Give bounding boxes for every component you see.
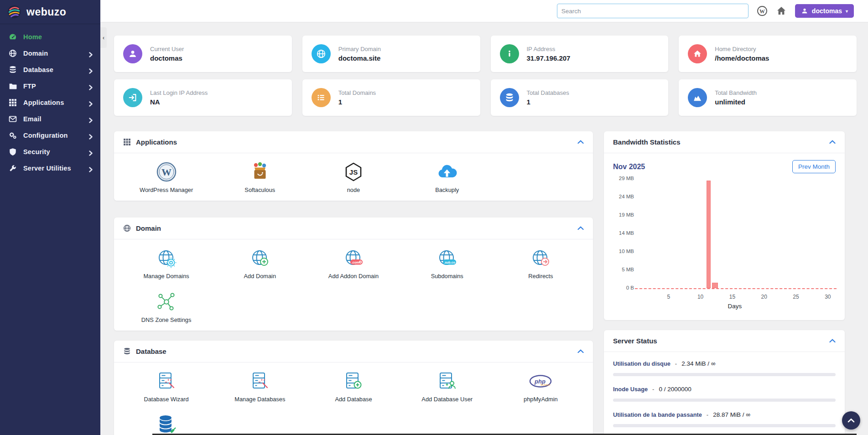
sidebar-item-configuration[interactable]: Configuration bbox=[0, 127, 100, 144]
sidebar-item-database[interactable]: Database bbox=[0, 62, 100, 78]
sidebar-item-security[interactable]: Security bbox=[0, 144, 100, 160]
stat-card-label: Last Login IP Address bbox=[150, 89, 208, 96]
chart-month-label: Nov 2025 bbox=[613, 163, 645, 171]
panel-title: Server Status bbox=[613, 337, 824, 345]
panel-title: Applications bbox=[136, 138, 572, 146]
sidebar-item-home[interactable]: Home bbox=[0, 29, 100, 45]
svg-text:W: W bbox=[759, 8, 765, 15]
stat-card-value: NA bbox=[150, 98, 208, 106]
domain-item-add-addon-domain[interactable]: .comAdd Addon Domain bbox=[307, 248, 400, 280]
item-label: Subdomains bbox=[431, 273, 463, 280]
chart-baseline bbox=[635, 288, 837, 289]
item-label: Softaculous bbox=[244, 186, 275, 193]
status-separator: - bbox=[707, 411, 708, 418]
sidebar-item-label: Security bbox=[23, 148, 82, 155]
stat-card-ip-address: IP Address31.97.196.207 bbox=[491, 36, 669, 72]
bandwidth-panel: Bandwidth Statistics Nov 2025 Prev Month… bbox=[604, 131, 845, 320]
item-label: Redirects bbox=[528, 273, 553, 280]
signin-icon bbox=[123, 88, 142, 107]
applications-item-backuply[interactable]: Backuply bbox=[400, 161, 494, 193]
user-menu-button[interactable]: doctomas ▾ bbox=[795, 4, 854, 18]
sidebar-item-label: Home bbox=[23, 33, 93, 41]
status-label: Inode Usage bbox=[613, 386, 648, 393]
webuzo-logo: webuzo bbox=[0, 0, 100, 24]
panel-title: Bandwidth Statistics bbox=[613, 138, 824, 146]
item-label: Add Addon Domain bbox=[328, 273, 379, 280]
stat-card-value: unlimited bbox=[715, 98, 757, 106]
status-row-utilisation-de-la-bande-passante: Utilisation de la bande passante-28.87 M… bbox=[613, 411, 836, 427]
domain-item-redirects[interactable]: Redirects bbox=[494, 248, 587, 280]
collapse-panel-icon[interactable] bbox=[577, 140, 584, 144]
sidebar-item-ftp[interactable]: FTP bbox=[0, 78, 100, 94]
status-row-utilisation-du-disque: Utilisation du disque-2.34 MiB / ∞ bbox=[613, 360, 836, 376]
stat-cards: Current UserdoctomasPrimary Domaindoctom… bbox=[114, 36, 857, 116]
chevron-right-icon bbox=[88, 117, 93, 121]
applications-item-node[interactable]: JSnode bbox=[307, 161, 400, 193]
gauge-icon bbox=[9, 33, 17, 41]
svg-text:W: W bbox=[161, 166, 172, 178]
domain-item-subdomains[interactable]: .sub.coSubdomains bbox=[400, 248, 494, 280]
stat-card-label: IP Address bbox=[527, 46, 571, 52]
collapse-panel-icon[interactable] bbox=[829, 140, 836, 144]
domain-item-add-domain[interactable]: Add Domain bbox=[213, 248, 307, 280]
sidebar-item-server-utilities[interactable]: Server Utilities bbox=[0, 160, 100, 176]
status-label: Utilisation du disque bbox=[613, 360, 670, 367]
applications-item-softaculous[interactable]: Softaculous bbox=[213, 161, 307, 193]
database-item-item[interactable] bbox=[120, 414, 213, 435]
wordpress-icon[interactable]: W bbox=[757, 5, 768, 16]
stat-card-primary-domain: Primary Domaindoctoma.site bbox=[302, 36, 480, 72]
sidebar-item-label: FTP bbox=[23, 83, 82, 90]
database-panel: Database Database WizardManage Databases… bbox=[114, 341, 593, 435]
status-separator: - bbox=[652, 386, 654, 393]
webuzo-logo-icon bbox=[7, 5, 21, 19]
stat-card-current-user: Current Userdoctomas bbox=[114, 36, 292, 72]
scroll-to-top-button[interactable] bbox=[842, 411, 860, 430]
sidebar-item-applications[interactable]: Applications bbox=[0, 94, 100, 111]
x-axis-tick: 25 bbox=[790, 294, 802, 300]
database-item-database-wizard[interactable]: Database Wizard bbox=[120, 371, 213, 403]
stat-card-label: Primary Domain bbox=[338, 46, 381, 52]
svg-text:.sub.co: .sub.co bbox=[444, 261, 455, 264]
db-user-icon bbox=[437, 371, 457, 392]
stat-card-label: Total Databases bbox=[527, 89, 569, 96]
applications-item-wordpress-manager[interactable]: WWordPress Manager bbox=[120, 161, 213, 193]
database-item-manage-databases[interactable]: Manage Databases bbox=[213, 371, 307, 403]
database-item-add-database-user[interactable]: Add Database User bbox=[400, 371, 494, 403]
chevron-right-icon bbox=[88, 84, 93, 88]
collapse-panel-icon[interactable] bbox=[829, 339, 836, 343]
db-plus-icon bbox=[343, 371, 364, 392]
globe-icon bbox=[9, 49, 17, 57]
database-icon bbox=[500, 88, 519, 107]
dns-icon bbox=[156, 291, 177, 312]
search-input[interactable] bbox=[557, 4, 748, 18]
sidebar-collapse-handle[interactable]: ‹ bbox=[100, 27, 107, 48]
wrench-icon bbox=[9, 164, 17, 172]
stat-card-last-login-ip-address: Last Login IP AddressNA bbox=[114, 79, 292, 116]
logo-text: webuzo bbox=[26, 6, 66, 18]
user-icon bbox=[123, 44, 142, 63]
sidebar-item-email[interactable]: Email bbox=[0, 111, 100, 127]
database-item-add-database[interactable]: Add Database bbox=[307, 371, 400, 403]
item-label: phpMyAdmin bbox=[524, 396, 558, 403]
bandwidth-icon bbox=[688, 88, 707, 107]
domain-item-dns-zone-settings[interactable]: DNS Zone Settings bbox=[120, 291, 213, 323]
item-label: node bbox=[347, 186, 360, 193]
grid-icon bbox=[123, 138, 131, 146]
database-icon bbox=[9, 66, 17, 74]
node-icon: JS bbox=[343, 161, 364, 182]
stat-card-label: Home Directory bbox=[715, 46, 769, 52]
y-axis-tick: 24 MB bbox=[613, 194, 634, 199]
collapse-panel-icon[interactable] bbox=[577, 226, 584, 230]
collapse-panel-icon[interactable] bbox=[577, 349, 584, 353]
topbar: W doctomas ▾ bbox=[100, 0, 868, 22]
stat-card-value: 31.97.196.207 bbox=[527, 54, 571, 62]
database-item-phpmyadmin[interactable]: phpMyAdminphpMyAdmin bbox=[494, 371, 587, 403]
mail-icon bbox=[9, 115, 17, 123]
sidebar: webuzo HomeDomainDatabaseFTPApplications… bbox=[0, 0, 100, 435]
sidebar-item-domain[interactable]: Domain bbox=[0, 45, 100, 62]
home-icon[interactable] bbox=[776, 5, 787, 16]
svg-text:JS: JS bbox=[349, 168, 358, 176]
prev-month-button[interactable]: Prev Month bbox=[792, 160, 836, 173]
domain-item-manage-domains[interactable]: Manage Domains bbox=[120, 248, 213, 280]
stat-card-label: Current User bbox=[150, 46, 184, 52]
